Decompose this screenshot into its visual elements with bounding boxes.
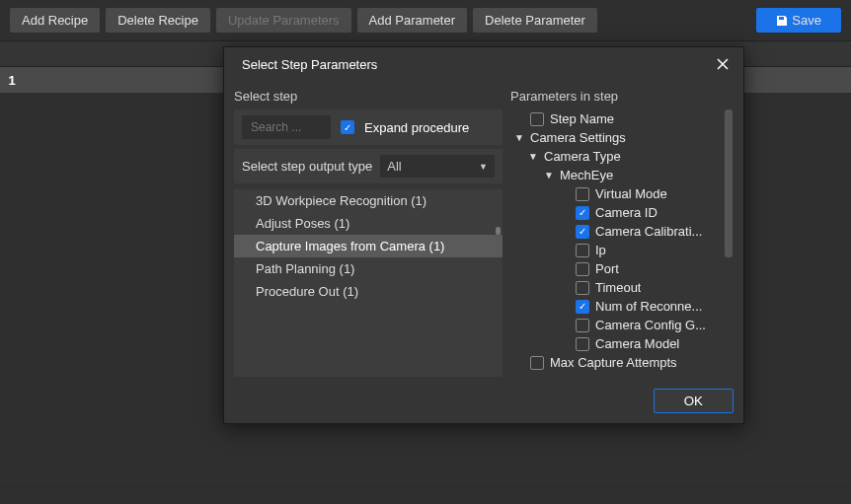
parameter-checkbox[interactable]	[576, 319, 589, 332]
output-type-select[interactable]: All ▼	[380, 155, 495, 178]
select-step-label: Select step	[234, 85, 503, 109]
step-list-item[interactable]: Capture Images from Camera (1)	[234, 235, 503, 257]
tree-label: Camera Settings	[530, 130, 626, 145]
ok-button[interactable]: OK	[654, 389, 734, 413]
tree-row[interactable]: Virtual Mode	[510, 184, 734, 203]
parameter-checkbox[interactable]	[576, 187, 589, 201]
close-icon	[716, 57, 730, 71]
tree-label: Camera Config G...	[595, 318, 706, 332]
tree-row[interactable]: ✓Camera Calibrati...	[510, 222, 734, 241]
step-list: 3D Workpiece Recognition (1)Adjust Poses…	[234, 189, 503, 377]
tree-row[interactable]: Step Name	[510, 109, 734, 128]
tree-label: Camera Type	[544, 149, 621, 164]
parameter-checkbox[interactable]	[530, 112, 544, 126]
modal-backdrop: Select Step Parameters Select step ✓ Exp…	[0, 0, 851, 504]
parameter-checkbox[interactable]	[576, 281, 589, 295]
parameter-checkbox[interactable]: ✓	[576, 300, 589, 314]
parameter-checkbox[interactable]: ✓	[576, 206, 589, 220]
tree-label: Step Name	[550, 111, 614, 126]
step-list-item[interactable]: Adjust Poses (1)	[234, 212, 503, 235]
tree-row[interactable]: ✓Camera ID	[510, 203, 734, 222]
select-step-panel: Select step ✓ Expand procedure Select st…	[234, 85, 503, 377]
select-step-parameters-dialog: Select Step Parameters Select step ✓ Exp…	[223, 46, 744, 424]
tree-row[interactable]: ✓Num of Reconne...	[510, 297, 734, 316]
close-button[interactable]	[714, 55, 732, 73]
scrollbar-thumb[interactable]	[725, 109, 733, 257]
tree-row[interactable]: Camera Config G...	[510, 316, 734, 334]
scrollbar-thumb[interactable]	[496, 227, 501, 235]
tree-label: Max Capture Attempts	[550, 355, 677, 370]
expand-procedure-checkbox[interactable]: ✓	[341, 120, 354, 134]
tree-row[interactable]: Camera Model	[510, 334, 734, 353]
parameter-checkbox[interactable]: ✓	[576, 225, 589, 239]
scrollbar-track[interactable]	[724, 109, 734, 374]
chevron-down-icon: ▼	[479, 162, 488, 172]
tree-row[interactable]: ▼MechEye	[510, 166, 734, 184]
step-list-item[interactable]: Procedure Out (1)	[234, 280, 503, 303]
tree-label: Ip	[595, 243, 606, 257]
dialog-title: Select Step Parameters	[242, 57, 377, 72]
step-list-item[interactable]: 3D Workpiece Recognition (1)	[234, 189, 503, 212]
tree-label: Port	[595, 261, 619, 276]
tree-label: MechEye	[560, 168, 613, 182]
parameter-checkbox[interactable]	[576, 262, 589, 276]
tree-label: Camera ID	[595, 205, 658, 220]
parameter-checkbox[interactable]	[576, 244, 589, 257]
tree-row[interactable]: Ip	[510, 241, 734, 259]
output-type-value: All	[387, 159, 401, 174]
tree-label: Camera Model	[595, 336, 679, 351]
parameters-label: Parameters in step	[510, 85, 734, 109]
tree-row[interactable]: Timeout	[510, 278, 734, 297]
tree-row[interactable]: ▼Camera Type	[510, 147, 734, 166]
tree-label: Virtual Mode	[595, 186, 667, 201]
parameter-checkbox[interactable]	[576, 337, 589, 351]
parameters-panel: Parameters in step Step Name▼Camera Sett…	[510, 85, 734, 377]
tree-label: Camera Calibrati...	[595, 224, 702, 239]
output-type-label: Select step output type	[242, 159, 372, 174]
tree-label: Num of Reconne...	[595, 299, 702, 314]
tree-row[interactable]: Robot Service Name in Mec...	[510, 372, 734, 374]
expand-procedure-label: Expand procedure	[364, 120, 469, 135]
expand-arrow-icon[interactable]: ▼	[544, 170, 554, 180]
parameter-checkbox[interactable]	[530, 356, 544, 370]
tree-label: Timeout	[595, 280, 641, 295]
step-list-item[interactable]: Path Planning (1)	[234, 257, 503, 280]
tree-row[interactable]: Max Capture Attempts	[510, 353, 734, 372]
parameters-tree: Step Name▼Camera Settings▼Camera Type▼Me…	[510, 109, 734, 374]
tree-row[interactable]: Port	[510, 259, 734, 278]
dialog-titlebar: Select Step Parameters	[224, 47, 743, 81]
search-input[interactable]	[242, 115, 331, 139]
tree-row[interactable]: ▼Camera Settings	[510, 128, 734, 147]
expand-arrow-icon[interactable]: ▼	[528, 151, 538, 162]
expand-arrow-icon[interactable]: ▼	[514, 132, 524, 143]
